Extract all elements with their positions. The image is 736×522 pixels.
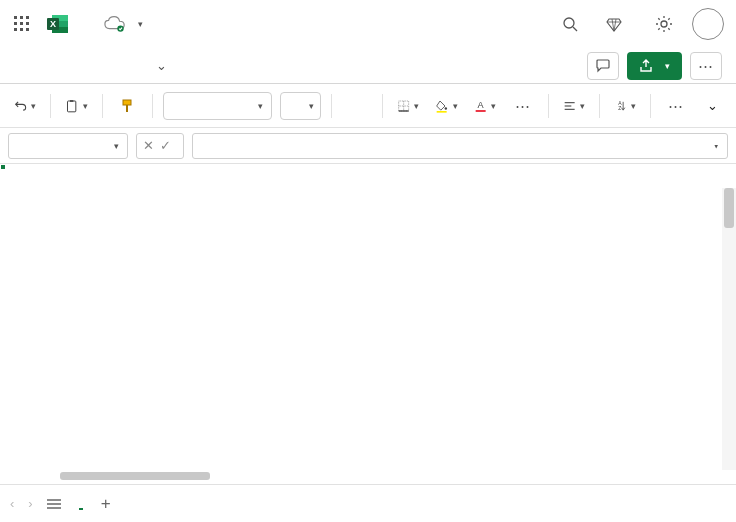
- svg-rect-3: [14, 22, 17, 25]
- svg-line-24: [658, 28, 659, 29]
- svg-rect-6: [14, 28, 17, 31]
- svg-text:A: A: [477, 100, 484, 110]
- svg-rect-37: [475, 110, 485, 112]
- svg-rect-29: [126, 105, 128, 112]
- sheet-nav-next-icon[interactable]: ›: [28, 496, 32, 511]
- svg-point-17: [661, 21, 667, 27]
- menu-overflow-chevron-icon[interactable]: ⌄: [156, 58, 167, 73]
- svg-point-34: [445, 107, 447, 109]
- all-sheets-icon[interactable]: [47, 498, 65, 510]
- font-name-selector[interactable]: ▾: [163, 92, 272, 120]
- svg-rect-4: [20, 22, 23, 25]
- svg-line-16: [573, 27, 577, 31]
- cancel-formula-icon[interactable]: ✕: [143, 138, 154, 153]
- svg-rect-5: [26, 22, 29, 25]
- buy-microsoft-365-button[interactable]: [598, 16, 636, 32]
- svg-line-23: [668, 28, 669, 29]
- ribbon-collapse-icon[interactable]: ⌄: [699, 91, 726, 121]
- font-size-selector[interactable]: ▾: [280, 92, 321, 120]
- add-sheet-button[interactable]: +: [97, 494, 115, 514]
- undo-button[interactable]: ▾: [10, 91, 40, 121]
- horizontal-scrollbar[interactable]: [0, 470, 736, 484]
- app-launcher-icon[interactable]: [12, 14, 32, 34]
- title-dropdown-icon[interactable]: ▾: [138, 19, 143, 29]
- user-avatar[interactable]: [692, 8, 724, 40]
- font-color-button[interactable]: A ▾: [470, 91, 500, 121]
- diamond-icon: [606, 16, 622, 32]
- formula-input[interactable]: ▾: [192, 133, 728, 159]
- svg-rect-35: [437, 110, 447, 112]
- svg-point-15: [564, 18, 574, 28]
- svg-rect-7: [20, 28, 23, 31]
- borders-button[interactable]: ▾: [393, 91, 423, 121]
- toolbar-more-2[interactable]: ⋯: [661, 91, 691, 121]
- chevron-down-icon: ▾: [665, 61, 670, 71]
- formula-controls: ✕ ✓: [136, 133, 184, 159]
- sheet-nav-prev-icon[interactable]: ‹: [10, 496, 14, 511]
- format-painter-button[interactable]: [112, 91, 142, 121]
- accept-formula-icon[interactable]: ✓: [160, 138, 171, 153]
- settings-gear-icon[interactable]: [648, 8, 680, 40]
- chevron-down-icon: ▾: [114, 141, 119, 151]
- vertical-scrollbar[interactable]: [722, 188, 736, 470]
- alignment-button[interactable]: ▾: [559, 91, 589, 121]
- svg-text:X: X: [50, 19, 56, 29]
- name-box[interactable]: ▾: [8, 133, 128, 159]
- comments-button[interactable]: [587, 52, 619, 80]
- svg-line-22: [658, 18, 659, 19]
- fill-handle[interactable]: [0, 164, 6, 170]
- paste-button[interactable]: ▾: [61, 91, 91, 121]
- svg-rect-8: [26, 28, 29, 31]
- svg-rect-0: [14, 16, 17, 19]
- sheet-tab[interactable]: [79, 500, 83, 508]
- toolbar-more-1[interactable]: ⋯: [508, 91, 538, 121]
- sort-filter-button[interactable]: AZ ▾: [610, 91, 640, 121]
- formula-expand-icon[interactable]: ▾: [714, 141, 719, 151]
- svg-line-25: [668, 18, 669, 19]
- saved-cloud-icon[interactable]: [104, 13, 126, 35]
- svg-rect-2: [26, 16, 29, 19]
- excel-logo-icon: X: [44, 10, 72, 38]
- svg-text:Z: Z: [618, 105, 621, 111]
- share-button[interactable]: ▾: [627, 52, 682, 80]
- fill-color-button[interactable]: ▾: [431, 91, 461, 121]
- bold-button[interactable]: [342, 91, 372, 121]
- svg-rect-27: [70, 100, 73, 102]
- more-options-button[interactable]: ⋯: [690, 52, 722, 80]
- svg-rect-1: [20, 16, 23, 19]
- svg-rect-28: [123, 100, 131, 105]
- svg-rect-26: [68, 101, 76, 112]
- search-icon[interactable]: [554, 8, 586, 40]
- share-icon: [639, 59, 653, 73]
